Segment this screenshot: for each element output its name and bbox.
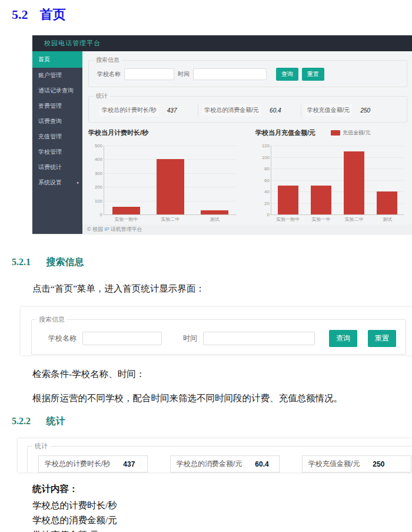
y-axis-tick-label: 200 bbox=[95, 184, 102, 190]
stats-content-title: 统计内容： bbox=[32, 483, 412, 495]
stats-panel-legend: 统计 bbox=[94, 92, 110, 100]
query-button[interactable]: 查询 bbox=[276, 68, 298, 81]
y-axis-tick-label: 20 bbox=[264, 200, 270, 206]
paragraph-click-home: 点击“首页”菜单，进入首页统计显示界面： bbox=[32, 283, 412, 295]
stats-screenshot: 统计 学校总的计费时长/秒437学校总的消费金额/元60.4学校充值金额/元25… bbox=[18, 438, 412, 472]
stat-label: 学校总的消费金额/元 bbox=[202, 104, 261, 116]
school-name-input[interactable] bbox=[124, 68, 174, 80]
heading-5-2-1: 5.2.1 搜索信息 bbox=[12, 256, 412, 269]
y-axis-tick-label: 0 bbox=[100, 212, 102, 217]
query-button[interactable]: 查询 bbox=[329, 330, 357, 347]
bar-slot: 实验一附中 bbox=[271, 146, 304, 214]
y-axis-tick-label: 300 bbox=[95, 170, 102, 176]
paragraph-description: 根据所运营的不同学校，配合时间来筛选不同时间段的计费、充值总额情况。 bbox=[32, 392, 412, 405]
x-axis-label: 测试 bbox=[383, 216, 392, 223]
school-name-label: 学校名称 bbox=[97, 70, 121, 78]
sidebar-item-label: 话费统计 bbox=[38, 163, 62, 171]
stat-value: 60.4 bbox=[255, 460, 268, 468]
sidebar-item-label: 账户管理 bbox=[38, 71, 62, 80]
search-panel: 搜索信息 学校名称 时间 查询 重置 bbox=[88, 56, 407, 87]
sidebar-item-首页[interactable]: 首页 bbox=[32, 51, 82, 68]
sidebar-item-学校管理[interactable]: 学校管理 bbox=[32, 144, 82, 160]
x-axis-label: 实验一附中 bbox=[276, 216, 300, 223]
x-axis-label: 实验一附中 bbox=[115, 216, 138, 223]
sidebar-item-系统设置[interactable]: 系统设置▾ bbox=[32, 175, 82, 190]
stat-value: 437 bbox=[167, 107, 177, 114]
heading-title: 搜索信息 bbox=[46, 257, 84, 267]
y-axis-tick-label: 500 bbox=[95, 143, 102, 148]
school-name-label: 学校名称 bbox=[48, 333, 77, 343]
reset-button[interactable]: 重置 bbox=[368, 330, 396, 347]
bar-测试 bbox=[201, 210, 228, 214]
heading-5-2: 5.2 首页 bbox=[12, 6, 412, 24]
stat-label: 学校充值金额/元 bbox=[308, 459, 360, 469]
sidebar-item-label: 充值管理 bbox=[38, 133, 62, 141]
sidebar-item-label: 学校管理 bbox=[38, 148, 62, 156]
sidebar-item-label: 首页 bbox=[38, 55, 50, 64]
chart-title: 学校当月计费时长/秒 bbox=[88, 128, 148, 137]
y-axis-tick-label: 100 bbox=[95, 198, 102, 203]
x-axis-label: 测试 bbox=[210, 216, 220, 223]
heading-title: 统计 bbox=[46, 416, 65, 426]
footer-link[interactable]: IP bbox=[104, 226, 109, 232]
bar-实验一附中 bbox=[278, 186, 298, 214]
bar-slot: 实验二中 bbox=[338, 146, 371, 214]
y-axis-tick-label: 0 bbox=[267, 212, 270, 217]
bar-实验二中 bbox=[157, 159, 184, 214]
bar-实验一中 bbox=[311, 186, 331, 214]
stats-panel: 统计 学校总的计费时长/秒437学校总的消费金额/元60.4学校充值金额/元25… bbox=[88, 92, 407, 123]
stat-item: 学校充值金额/元250 bbox=[301, 103, 403, 117]
sidebar-item-话费查询[interactable]: 话费查询 bbox=[32, 114, 82, 129]
stat-value: 437 bbox=[123, 460, 135, 468]
legend-swatch-icon bbox=[331, 130, 340, 136]
time-label: 时间 bbox=[178, 70, 190, 78]
stats-line: 学校充值金额/元 bbox=[32, 527, 412, 532]
footer-text: © 校园 bbox=[87, 226, 103, 233]
bars-container: 实验一附中实验二中测试 bbox=[104, 146, 237, 214]
stat-value: 250 bbox=[373, 460, 384, 468]
heading-number: 5.2 bbox=[12, 7, 28, 22]
x-axis-label: 实验二中 bbox=[161, 216, 180, 223]
bars-container: 实验一附中实验一中实验二中测试 bbox=[271, 146, 404, 214]
sidebar-item-通话记录查询[interactable]: 通话记录查询 bbox=[32, 83, 82, 98]
sidebar-item-label: 通话记录查询 bbox=[38, 87, 74, 95]
legend-label: 充值金额/元 bbox=[343, 129, 371, 137]
school-name-input[interactable] bbox=[82, 332, 162, 345]
bar-测试 bbox=[377, 191, 397, 214]
chart-title: 学校当月充值金额/元 bbox=[255, 128, 315, 137]
paragraph-criteria: 检索条件-学校名称、时间： bbox=[32, 368, 412, 381]
time-input[interactable] bbox=[193, 68, 267, 80]
stat-label: 学校充值金额/元 bbox=[305, 104, 353, 116]
sidebar-item-话费统计[interactable]: 话费统计 bbox=[32, 160, 82, 175]
stats-line: 学校总的消费金额/元 bbox=[32, 513, 412, 527]
stats-row: 学校总的计费时长/秒437学校总的消费金额/元60.4学校充值金额/元250 bbox=[28, 451, 412, 472]
stat-item: 学校总的计费时长/秒437 bbox=[96, 103, 198, 117]
reset-button[interactable]: 重置 bbox=[302, 68, 324, 81]
stats-panel: 统计 学校总的计费时长/秒437学校总的消费金额/元60.4学校充值金额/元25… bbox=[27, 442, 412, 472]
app-title: 校园电话管理平台 bbox=[44, 39, 101, 48]
bar-slot: 实验一附中 bbox=[104, 146, 148, 214]
chart-billing-duration: 学校当月计费时长/秒 0100200300400500实验一附中实验二中测试 bbox=[88, 128, 240, 224]
time-input[interactable] bbox=[203, 332, 315, 345]
search-panel: 搜索信息 学校名称 时间 查询 重置 bbox=[31, 315, 406, 355]
sidebar-item-账户管理[interactable]: 账户管理 bbox=[32, 68, 82, 83]
app-footer: © 校园 IP 话机管理平台 bbox=[82, 224, 412, 234]
main-panel: 搜索信息 学校名称 时间 查询 重置 统计 学校总的计费时长/秒437学校总的消… bbox=[82, 51, 412, 234]
stat-item: 学校总的消费金额/元60.4 bbox=[170, 455, 280, 472]
bar-slot: 测试 bbox=[371, 146, 404, 214]
sidebar-item-充值管理[interactable]: 充值管理 bbox=[32, 129, 82, 144]
y-axis-tick-label: 60 bbox=[264, 177, 270, 183]
stat-item: 学校充值金额/元250 bbox=[302, 455, 411, 472]
search-screenshot: 搜索信息 学校名称 时间 查询 重置 统计 bbox=[21, 307, 412, 355]
stats-line: 学校总的计费时长/秒 bbox=[32, 498, 412, 513]
bar-实验二中 bbox=[344, 151, 364, 214]
stat-item: 学校总的消费金额/元60.4 bbox=[198, 103, 301, 117]
footer-text: 话机管理平台 bbox=[111, 226, 142, 233]
search-panel-legend: 搜索信息 bbox=[36, 315, 67, 324]
bar-chart-recharge: 020406080100120实验一附中实验一中实验二中测试 bbox=[271, 146, 404, 215]
time-label: 时间 bbox=[183, 333, 197, 343]
stat-label: 学校总的计费时长/秒 bbox=[45, 459, 110, 469]
stats-row: 学校总的计费时长/秒437学校总的消费金额/元60.4学校充值金额/元250 bbox=[89, 100, 407, 122]
stat-value: 250 bbox=[360, 107, 370, 114]
sidebar-item-资费管理[interactable]: 资费管理 bbox=[32, 98, 82, 114]
